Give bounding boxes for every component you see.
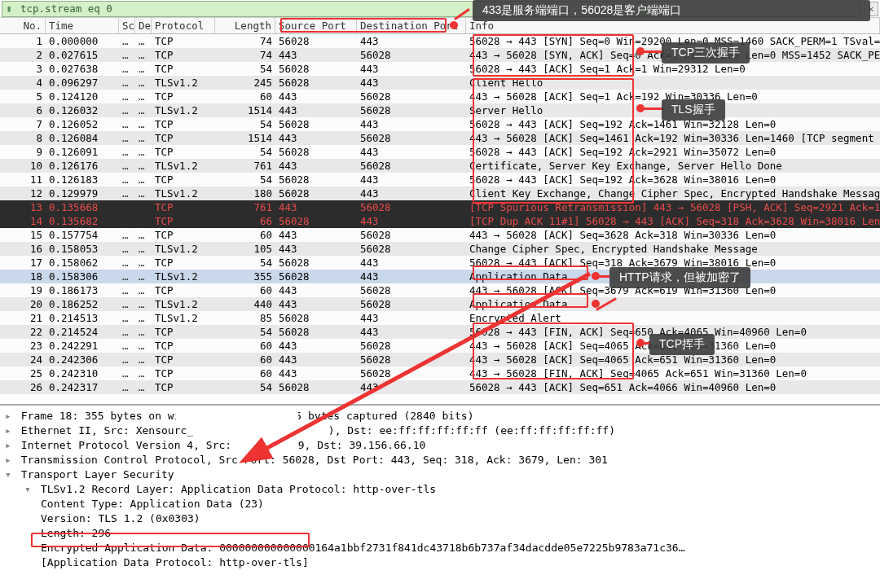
packet-row[interactable]: 110.126183……TCP545602844356028 → 443 [AC… <box>0 173 880 186</box>
packet-row[interactable]: 80.126084……TCP151444356028443 → 56028 [A… <box>0 131 880 145</box>
display-filter-bar: ▮ ✕ <box>0 0 880 18</box>
packet-row[interactable]: 50.124120……TCP6044356028443 → 56028 [ACK… <box>0 90 880 103</box>
tls-record: TLSv1.2 Record Layer: Application Data P… <box>41 483 436 495</box>
redaction-block <box>176 411 298 424</box>
packet-row[interactable]: 180.158306……TLSv1.235556028443Applicatio… <box>0 270 880 283</box>
caret-down-icon[interactable]: ▾ <box>5 467 15 482</box>
tls-version[interactable]: Version: TLS 1.2 (0x0303) <box>5 511 875 526</box>
tcp-summary: Transmission Control Protocol, Src Port:… <box>21 454 608 466</box>
col-proto[interactable]: Protocol <box>152 18 215 33</box>
packet-detail-pane[interactable]: ▸ Frame 18: 355 bytes on wire (2840 bits… <box>0 406 880 586</box>
filter-clear-button[interactable]: ✕ <box>864 2 878 16</box>
filter-fx-icon: ▮ <box>2 3 15 14</box>
packet-row[interactable]: 250.242310……TCP6044356028443 → 56028 [FI… <box>0 366 880 380</box>
packet-row[interactable]: 220.214524……TCP545602844356028 → 443 [FI… <box>0 325 880 339</box>
packet-row[interactable]: 190.186173……TCP6044356028443 → 56028 [AC… <box>0 283 880 297</box>
col-src[interactable]: Sc <box>119 18 135 33</box>
packet-row[interactable]: 90.126091……TCP545602844356028 → 443 [ACK… <box>0 145 880 159</box>
packet-row[interactable]: 60.126032……TLSv1.2151444356028Server Hel… <box>0 103 880 117</box>
col-info[interactable]: Info <box>466 18 880 33</box>
packet-row[interactable]: 150.157754……TCP6044356028443 → 56028 [AC… <box>0 228 880 242</box>
packet-row[interactable]: 260.242317……TCP545602844356028 → 443 [AC… <box>0 380 880 394</box>
filter-input-wrapper: ▮ <box>2 1 860 17</box>
caret-icon[interactable]: ▸ <box>5 409 15 423</box>
packet-row[interactable]: 200.186252……TLSv1.244044356028Applicatio… <box>0 297 880 311</box>
packet-row[interactable]: 240.242306……TCP6044356028443 → 56028 [AC… <box>0 353 880 366</box>
packet-row[interactable]: 40.096297……TLSv1.224556028443Client Hell… <box>0 76 880 90</box>
caret-icon[interactable]: ▸ <box>5 438 15 453</box>
eth-summary-b: ), Dst: ee:ff:ff:ff:ff:ff (ee:ff:ff:ff:f… <box>328 424 615 437</box>
tree-eth[interactable]: ▸ Ethernet II, Src: Xensourc_ ), Dst: ee… <box>5 423 875 438</box>
redaction-block <box>222 426 279 439</box>
tls-app-proto[interactable]: [Application Data Protocol: http-over-tl… <box>5 555 875 570</box>
tree-tls[interactable]: ▾ Transport Layer Security <box>5 467 875 482</box>
packet-list-header[interactable]: No. Time Sc De Protocol Length Source Po… <box>0 18 880 34</box>
col-no[interactable]: No. <box>0 18 46 33</box>
packet-row[interactable]: 70.126052……TCP545602844356028 → 443 [ACK… <box>0 117 880 131</box>
packet-row[interactable]: 10.000000……TCP745602844356028 → 443 [SYN… <box>0 34 880 48</box>
packet-row[interactable]: 230.242291……TCP6044356028443 → 56028 [AC… <box>0 339 880 353</box>
packet-row[interactable]: 210.214513……TLSv1.28556028443Encrypted A… <box>0 311 880 325</box>
tree-ip[interactable]: ▸ Internet Protocol Version 4, Src: 9, D… <box>5 438 875 453</box>
packet-row[interactable]: 30.027638……TCP545602844356028 → 443 [ACK… <box>0 62 880 76</box>
caret-icon[interactable]: ▸ <box>5 453 15 467</box>
tls-content-type[interactable]: Content Type: Application Data (23) <box>5 497 875 511</box>
packet-list[interactable]: 10.000000……TCP745602844356028 → 443 [SYN… <box>0 34 880 406</box>
packet-row[interactable]: 140.135682……TCP6656028443[TCP Dup ACK 11… <box>0 214 880 228</box>
packet-row[interactable]: 120.129979……TLSv1.218056028443Client Key… <box>0 186 880 200</box>
ip-summary-b: 9, Dst: 39.156.66.10 <box>298 439 426 451</box>
col-len[interactable]: Length <box>215 18 275 33</box>
tls-summary: Transport Layer Security <box>21 468 174 480</box>
col-sp[interactable]: Source Port <box>275 18 357 33</box>
ip-summary-a: Internet Protocol Version 4, Src: <box>21 439 231 451</box>
redaction-block <box>231 441 256 454</box>
tls-length[interactable]: Length: 296 <box>5 526 875 541</box>
packet-row[interactable]: 130.135668……TCP76144356028[TCP Spurious … <box>0 200 880 214</box>
col-dst[interactable]: De <box>135 18 152 33</box>
packet-row[interactable]: 20.027615……TCP7444356028443 → 56028 [SYN… <box>0 48 880 62</box>
packet-row[interactable]: 100.126176……TLSv1.276144356028Certificat… <box>0 159 880 173</box>
tree-frame[interactable]: ▸ Frame 18: 355 bytes on wire (2840 bits… <box>5 409 875 423</box>
tls-encrypted-data[interactable]: Encrypted Application Data: 000000000000… <box>5 541 875 555</box>
packet-row[interactable]: 170.158062……TCP545602844356028 → 443 [AC… <box>0 256 880 270</box>
packet-row[interactable]: 160.158053……TLSv1.210544356028Change Cip… <box>0 242 880 256</box>
caret-icon[interactable]: ▸ <box>5 423 15 438</box>
tree-tls-record[interactable]: ▾ TLSv1.2 Record Layer: Application Data… <box>5 482 875 497</box>
tree-tcp[interactable]: ▸ Transmission Control Protocol, Src Por… <box>5 453 875 467</box>
eth-summary-a: Ethernet II, Src: Xensourc_ <box>21 424 193 437</box>
caret-down-icon[interactable]: ▾ <box>24 482 34 497</box>
display-filter-input[interactable] <box>15 2 860 16</box>
col-dp[interactable]: Destination Port <box>357 18 466 33</box>
col-time[interactable]: Time <box>46 18 119 33</box>
